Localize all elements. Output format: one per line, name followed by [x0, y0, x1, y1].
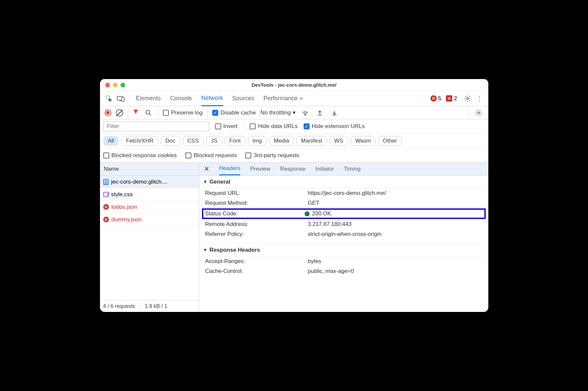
invert-checkbox[interactable]: Invert — [215, 123, 238, 130]
tab-sources[interactable]: Sources — [232, 91, 254, 106]
pill-all[interactable]: All — [103, 136, 119, 146]
value: bytes — [308, 258, 321, 265]
request-detail: ✕ Headers Preview Response Initiator Tim… — [199, 162, 488, 312]
third-party-checkbox[interactable]: 3rd-party requests — [245, 152, 299, 159]
general-section-header[interactable]: ▼ General — [199, 176, 488, 188]
issues-count-badge[interactable]: ✕ 2 — [446, 95, 457, 102]
maximize-window-button[interactable] — [121, 83, 125, 87]
pill-fetch-xhr[interactable]: Fetch/XHR — [121, 136, 158, 146]
error-count: 5 — [438, 95, 441, 102]
blocked-requests-checkbox[interactable]: Blocked requests — [185, 152, 237, 159]
clear-button[interactable] — [116, 109, 123, 116]
transfer-size: 1.9 kB / 1 — [145, 303, 167, 309]
detail-tab-headers[interactable]: Headers — [219, 162, 240, 175]
minimize-window-button[interactable] — [113, 83, 118, 87]
filter-input[interactable] — [103, 121, 209, 131]
document-icon — [103, 179, 109, 185]
settings-icon[interactable] — [463, 94, 472, 104]
throttling-select[interactable]: No throttling ▾ — [261, 109, 296, 116]
window-title: DevTools - jec-cors-demo.glitch.me/ — [100, 82, 488, 88]
panel-tabs: Elements Console Network Sources Perform… — [136, 91, 298, 106]
status-ok-icon — [305, 211, 310, 216]
pill-wasm[interactable]: Wasm — [351, 136, 376, 146]
tab-elements[interactable]: Elements — [136, 91, 161, 106]
request-name: jec-cors-demo.glitch.... — [111, 179, 168, 185]
hide-data-urls-checkbox[interactable]: Hide data URLs — [250, 123, 298, 130]
response-headers-section-header[interactable]: ▼ Response Headers — [199, 244, 488, 256]
request-count: 4 / 6 requests — [103, 303, 135, 309]
tab-performance[interactable]: Performance — [264, 91, 298, 106]
devtools-window: DevTools - jec-cors-demo.glitch.me/ Elem… — [100, 79, 488, 312]
disclosure-triangle-icon: ▼ — [203, 247, 208, 252]
issues-icon: ✕ — [446, 95, 452, 102]
pill-ws[interactable]: WS — [330, 136, 348, 146]
more-menu-icon[interactable]: ⋮ — [474, 94, 484, 104]
preserve-log-checkbox[interactable]: Preserve log — [163, 109, 203, 116]
request-row-3[interactable]: ✕ dummy.json — [100, 213, 199, 226]
throttling-label: No throttling — [261, 109, 291, 116]
more-tabs-icon[interactable]: » — [300, 95, 303, 102]
request-row-2[interactable]: ✕ todos.json — [100, 201, 199, 213]
search-icon[interactable] — [143, 108, 153, 118]
network-settings-icon[interactable] — [474, 108, 484, 118]
value: strict-origin-when-cross-origin — [308, 231, 382, 238]
close-window-button[interactable] — [105, 83, 110, 87]
general-title: General — [209, 179, 230, 185]
disable-cache-checkbox[interactable]: ✓ Disable cache — [212, 109, 256, 116]
pill-doc[interactable]: Doc — [161, 136, 180, 146]
pill-other[interactable]: Other — [378, 136, 402, 146]
detail-tab-timing[interactable]: Timing — [344, 162, 361, 175]
invert-label: Invert — [223, 123, 238, 130]
blocked-req-label: Blocked requests — [194, 152, 237, 159]
detail-tab-initiator[interactable]: Initiator — [316, 162, 334, 175]
detail-tab-preview[interactable]: Preview — [250, 162, 270, 175]
filter-type-pills: All Fetch/XHR Doc CSS JS Font Img Media … — [100, 133, 488, 149]
key: Referrer Policy: — [205, 231, 308, 238]
pill-font[interactable]: Font — [225, 136, 245, 146]
blocked-cookies-checkbox[interactable]: Blocked response cookies — [103, 152, 177, 159]
disclosure-triangle-icon: ▼ — [203, 179, 208, 184]
request-list-header[interactable]: Name — [100, 162, 199, 176]
pill-img[interactable]: Img — [248, 136, 267, 146]
tab-console[interactable]: Console — [170, 91, 192, 106]
download-har-icon[interactable] — [329, 108, 339, 118]
network-main: Name jec-cors-demo.glitch.... style.css … — [100, 162, 488, 312]
error-count-badge[interactable]: ✕ 5 — [430, 95, 441, 102]
key: Cache-Control: — [205, 268, 308, 275]
request-row-1[interactable]: style.css — [100, 188, 199, 201]
hide-extension-urls-checkbox[interactable]: ✓ Hide extension URLs — [304, 123, 365, 130]
detail-tabs: ✕ Headers Preview Response Initiator Tim… — [199, 162, 488, 176]
issues-count: 2 — [454, 95, 457, 102]
kv-remote-address: Remote Address: 3.217.87.180:443 — [199, 219, 488, 229]
record-button[interactable] — [105, 109, 111, 116]
svg-point-3 — [466, 98, 468, 100]
upload-har-icon[interactable] — [315, 108, 325, 118]
value: 3.217.87.180:443 — [308, 221, 352, 228]
inspect-icon[interactable] — [104, 94, 114, 104]
titlebar: DevTools - jec-cors-demo.glitch.me/ — [100, 79, 488, 91]
tab-network[interactable]: Network — [201, 91, 223, 106]
filter-row-1: Invert Hide data URLs ✓ Hide extension U… — [100, 119, 488, 133]
close-detail-button[interactable]: ✕ — [204, 165, 209, 173]
pill-media[interactable]: Media — [269, 136, 294, 146]
value: https://jec-cors-demo.glitch.me/ — [308, 190, 386, 196]
request-name: dummy.json — [112, 216, 141, 223]
pill-css[interactable]: CSS — [183, 136, 204, 146]
kv-request-url: Request URL: https://jec-cors-demo.glitc… — [199, 188, 488, 198]
status-text: 200 OK — [312, 210, 331, 217]
request-list: Name jec-cors-demo.glitch.... style.css … — [100, 162, 199, 312]
request-name: style.css — [111, 191, 133, 198]
divider — [128, 95, 128, 103]
response-headers-title: Response Headers — [209, 247, 260, 253]
detail-tab-response[interactable]: Response — [280, 162, 306, 175]
network-conditions-icon[interactable] — [300, 108, 310, 118]
disable-cache-label: Disable cache — [220, 109, 256, 116]
network-toolbar: Preserve log ✓ Disable cache No throttli… — [100, 106, 488, 119]
request-row-0[interactable]: jec-cors-demo.glitch.... — [100, 176, 199, 188]
error-badges: ✕ 5 ✕ 2 — [430, 95, 457, 102]
pill-manifest[interactable]: Manifest — [296, 136, 327, 146]
device-toolbar-icon[interactable] — [116, 94, 126, 104]
third-party-label: 3rd-party requests — [254, 152, 299, 159]
pill-js[interactable]: JS — [206, 136, 222, 146]
filter-toggle-icon[interactable] — [133, 109, 139, 116]
